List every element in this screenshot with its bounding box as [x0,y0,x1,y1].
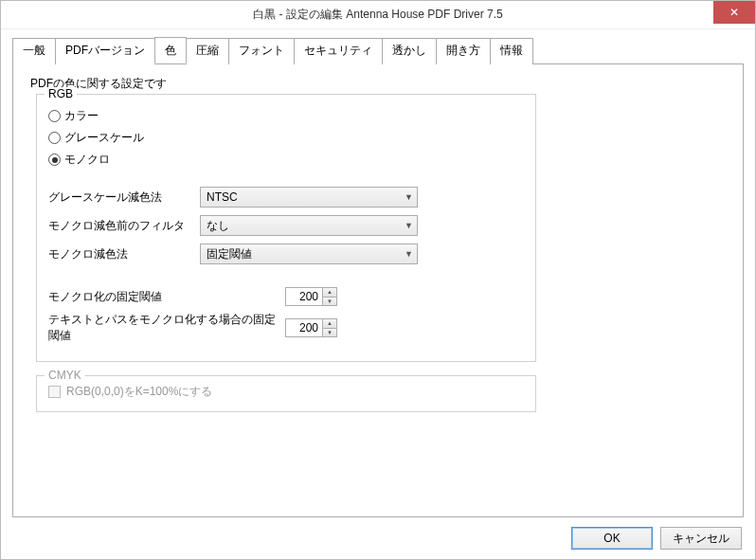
tab-watermark[interactable]: 透かし [382,38,437,64]
cmyk-checkbox-row: RGB(0,0,0)をK=100%にする [48,384,524,400]
mono-prefilter-value: なし [207,218,229,234]
threshold-down[interactable]: ▼ [323,298,336,306]
radio-mono[interactable] [48,154,61,166]
mono-method-row: モノクロ減色法 固定閾値 ▼ [48,244,524,264]
text-path-threshold-spinner[interactable]: ▲ ▼ [285,318,337,337]
chevron-down-icon: ▼ [405,192,413,202]
grayscale-method-value: NTSC [207,190,238,204]
ok-button[interactable]: OK [571,527,653,550]
tab-pdf-version[interactable]: PDFバージョン [55,38,155,64]
radio-grayscale[interactable] [48,132,61,144]
tab-general[interactable]: 一般 [12,38,56,64]
intro-text: PDFの色に関する設定です [30,76,726,92]
close-button[interactable]: ✕ [713,1,755,24]
text-path-threshold-up[interactable]: ▲ [323,319,336,329]
tab-compression[interactable]: 圧縮 [186,38,229,64]
mono-prefilter-select[interactable]: なし ▼ [200,215,418,236]
tab-info[interactable]: 情報 [490,38,533,64]
text-path-threshold-label: テキストとパスをモノクロ化する場合の固定閾値 [48,312,285,344]
cmyk-rgb-to-k-label: RGB(0,0,0)をK=100%にする [66,384,212,400]
radio-grayscale-row[interactable]: グレースケール [48,130,524,146]
radio-color-label: カラー [64,108,99,124]
tab-security[interactable]: セキュリティ [294,38,383,64]
rgb-legend: RGB [45,87,77,100]
grayscale-method-label: グレースケール減色法 [48,190,200,206]
window-title: 白黒 - 設定の編集 Antenna House PDF Driver 7.5 [253,7,502,23]
mono-prefilter-row: モノクロ減色前のフィルタ なし ▼ [48,215,524,236]
cmyk-rgb-to-k-checkbox [48,386,61,398]
close-icon: ✕ [729,6,739,19]
settings-window: 白黒 - 設定の編集 Antenna House PDF Driver 7.5 … [0,0,756,560]
rgb-group: RGB カラー グレースケール モノクロ グレースケール減色法 [36,94,536,362]
radio-grayscale-label: グレースケール [64,130,144,146]
cancel-button[interactable]: キャンセル [660,527,742,550]
mono-prefilter-label: モノクロ減色前のフィルタ [48,218,200,234]
grayscale-method-row: グレースケール減色法 NTSC ▼ [48,187,524,208]
text-path-threshold-down[interactable]: ▼ [323,329,336,337]
mono-method-label: モノクロ減色法 [48,246,200,262]
threshold-up[interactable]: ▲ [323,288,336,298]
radio-mono-label: モノクロ [64,152,110,168]
threshold-spinner[interactable]: ▲ ▼ [285,287,337,306]
threshold-label: モノクロ化の固定閾値 [48,289,285,305]
tab-strip: 一般 PDFバージョン 色 圧縮 フォント セキュリティ 透かし 開き方 情報 [12,37,744,64]
radio-color-row[interactable]: カラー [48,108,524,124]
titlebar: 白黒 - 設定の編集 Antenna House PDF Driver 7.5 … [1,1,755,29]
grayscale-method-select[interactable]: NTSC ▼ [200,187,418,208]
radio-mono-row[interactable]: モノクロ [48,152,524,168]
tab-font[interactable]: フォント [228,38,295,64]
cmyk-legend: CMYK [45,369,85,382]
radio-color[interactable] [48,110,61,122]
tab-panel-color: PDFの色に関する設定です RGB カラー グレースケール モノクロ グ [12,64,744,517]
dialog-footer: OK キャンセル [571,527,742,550]
tab-color[interactable]: 色 [154,37,187,63]
content-area: 一般 PDFバージョン 色 圧縮 フォント セキュリティ 透かし 開き方 情報 … [1,29,755,517]
mono-method-value: 固定閾値 [207,246,252,262]
text-path-threshold-row: テキストとパスをモノクロ化する場合の固定閾値 ▲ ▼ [48,312,524,344]
threshold-input[interactable] [286,288,322,305]
mono-method-select[interactable]: 固定閾値 ▼ [200,244,418,264]
cmyk-group: CMYK RGB(0,0,0)をK=100%にする [36,375,536,412]
text-path-threshold-input[interactable] [286,319,322,336]
tab-open[interactable]: 開き方 [436,38,491,64]
chevron-down-icon: ▼ [405,249,413,259]
chevron-down-icon: ▼ [405,221,413,230]
threshold-row: モノクロ化の固定閾値 ▲ ▼ [48,287,524,306]
